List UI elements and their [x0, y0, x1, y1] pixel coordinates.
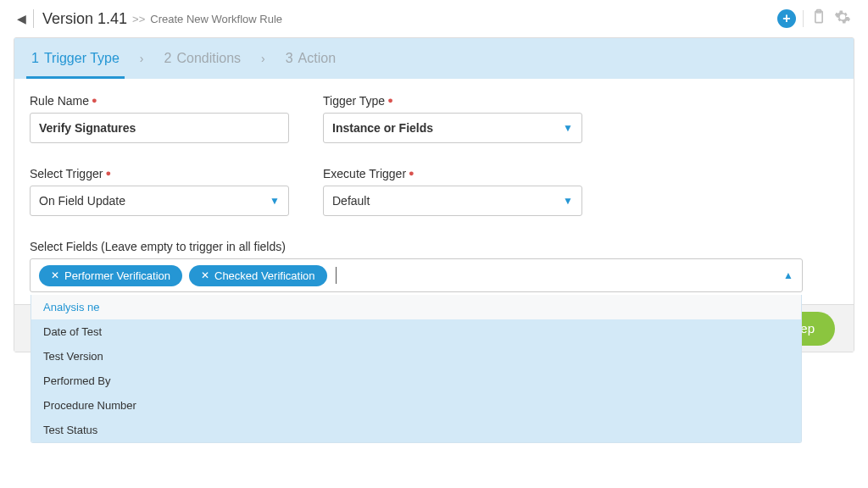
trigger-type-label: Tigger Type● — [323, 94, 582, 108]
page-header: ◀ Version 1.41 >> Create New Workflow Ru… — [0, 0, 868, 34]
breadcrumb-separator: >> — [132, 13, 145, 25]
select-value: Default — [332, 194, 370, 208]
step-action[interactable]: 3 Action — [277, 38, 344, 79]
dropdown-option[interactable]: Performed By — [31, 369, 801, 393]
select-fields-dropdown: Analysis ne Date of Test Test Version Pe… — [31, 295, 802, 443]
step-number: 1 — [31, 51, 39, 66]
required-dot-icon: ● — [92, 95, 97, 105]
version-title: Version 1.41 — [42, 10, 127, 28]
step-trigger-type[interactable]: 1 Trigger Type — [23, 38, 128, 79]
chevron-down-icon: ▼ — [563, 122, 573, 134]
wizard-card: 1 Trigger Type › 2 Conditions › 3 Action… — [14, 37, 854, 352]
divider — [803, 10, 804, 27]
select-value: Instance or Fields — [332, 121, 433, 135]
select-trigger-select[interactable]: On Field Update ▼ — [30, 186, 289, 216]
required-dot-icon: ● — [387, 95, 393, 105]
step-separator: › — [128, 52, 156, 65]
chip-performer-verification: ✕ Performer Verification — [39, 265, 182, 286]
breadcrumb: Create New Workflow Rule — [150, 13, 282, 25]
chevron-down-icon: ▼ — [563, 195, 573, 207]
step-number: 3 — [286, 51, 293, 66]
back-arrow-icon[interactable]: ◀ — [17, 12, 26, 25]
chevron-down-icon: ▼ — [270, 195, 280, 207]
dropdown-option[interactable]: Date of Test — [31, 319, 801, 344]
step-label: Trigger Type — [44, 51, 120, 66]
label-text: Rule Name — [30, 94, 89, 108]
rule-name-input[interactable] — [30, 113, 289, 143]
chip-remove-icon[interactable]: ✕ — [201, 269, 209, 281]
rule-name-label: Rule Name● — [30, 94, 289, 108]
header-actions: + — [777, 8, 851, 29]
label-text: Select Trigger — [30, 167, 103, 180]
trigger-type-select[interactable]: Instance or Fields ▼ — [323, 113, 582, 143]
add-icon[interactable]: + — [777, 9, 796, 28]
step-label: Action — [298, 51, 336, 66]
chevron-up-icon[interactable]: ▲ — [783, 269, 793, 281]
clipboard-icon[interactable] — [810, 8, 827, 29]
chip-label: Checked Verification — [214, 269, 315, 282]
execute-trigger-label: Execute Trigger● — [323, 167, 582, 180]
label-text: Execute Trigger — [323, 167, 406, 180]
form-body: Rule Name● Tigger Type● Instance or Fiel… — [14, 79, 854, 352]
required-dot-icon: ● — [409, 168, 415, 178]
required-dot-icon: ● — [105, 168, 111, 178]
execute-trigger-select[interactable]: Default ▼ — [323, 186, 582, 216]
step-separator: › — [249, 52, 277, 65]
dropdown-option[interactable]: Procedure Number — [31, 393, 801, 418]
gear-icon[interactable] — [834, 8, 851, 29]
select-value: On Field Update — [39, 194, 125, 208]
step-number: 2 — [164, 51, 172, 66]
chip-checked-verification: ✕ Checked Verification — [189, 265, 327, 286]
chip-label: Performer Verification — [64, 269, 170, 282]
step-conditions[interactable]: 2 Conditions — [156, 38, 250, 79]
dropdown-option[interactable]: Analysis ne — [31, 295, 801, 319]
text-cursor — [336, 267, 337, 284]
chip-remove-icon[interactable]: ✕ — [51, 269, 59, 281]
divider — [33, 9, 34, 28]
select-trigger-label: Select Trigger● — [30, 167, 289, 180]
select-fields-multiselect[interactable]: ✕ Performer Verification ✕ Checked Verif… — [30, 258, 803, 292]
select-fields-label: Select Fields (Leave empty to trigger in… — [30, 240, 803, 253]
dropdown-option[interactable]: Test Version — [31, 344, 801, 369]
label-text: Tigger Type — [323, 94, 385, 108]
dropdown-option[interactable]: Test Status — [31, 418, 801, 442]
step-label: Conditions — [176, 51, 241, 66]
steps-bar: 1 Trigger Type › 2 Conditions › 3 Action — [14, 38, 854, 79]
